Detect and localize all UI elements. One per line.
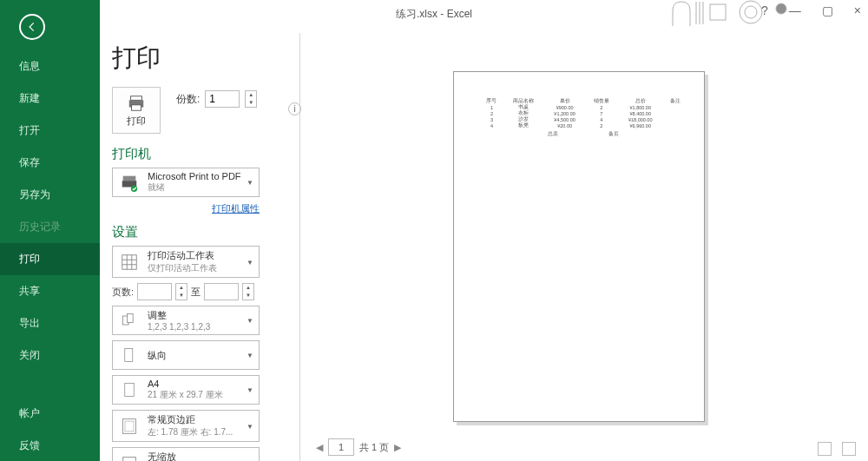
pages-from-input[interactable] [137,283,172,300]
close-button[interactable]: × [854,3,861,17]
svg-point-6 [776,3,786,14]
page-navigator: ◀ 1 共 1 页 ▶ [316,438,401,456]
svg-rect-21 [125,384,135,397]
chevron-down-icon: ▼ [247,258,253,266]
decorative-pattern [668,0,816,26]
svg-rect-7 [131,95,142,100]
fit-page-button[interactable] [818,442,832,456]
back-button[interactable] [19,14,45,40]
svg-rect-19 [128,314,134,323]
next-page-button[interactable]: ▶ [394,442,401,453]
margins-selector[interactable]: 常规页边距左: 1.78 厘米 右: 1.7... ▼ [112,410,260,442]
sidebar-item[interactable]: 保存 [0,147,100,179]
pages-to-label: 至 [191,286,201,299]
svg-point-5 [745,6,757,18]
backstage-sidebar: 信息新建打开保存另存为历史记录打印共享导出关闭 帐户反馈选项 [0,0,100,461]
svg-rect-24 [123,457,136,461]
svg-point-12 [131,186,137,192]
grid-icon [118,251,141,273]
window-title: 练习.xlsx - Excel [396,7,472,22]
pages-label: 页数: [112,286,134,299]
page-number-input[interactable]: 1 [328,438,354,456]
pages-from-stepper[interactable]: ▲▼ [175,283,187,300]
settings-column: 打印 打印 份数: ▲▼ 打印机 Microsoft Print to PDF … [100,33,295,461]
prev-page-button[interactable]: ◀ [316,442,323,453]
orientation-selector[interactable]: 纵向 ▼ [112,340,260,370]
chevron-down-icon: ▼ [247,352,253,359]
margins-icon [118,415,141,438]
svg-point-4 [740,1,762,23]
scaling-icon: 100 [118,452,141,462]
printer-properties-link[interactable]: 打印机属性 [212,203,260,214]
printer-status: 就绪 [148,181,241,194]
svg-rect-9 [132,104,141,109]
copies-input[interactable] [205,90,240,108]
pages-to-input[interactable] [204,283,239,300]
chevron-down-icon: ▼ [247,179,253,187]
printer-icon [118,171,141,194]
printer-heading: 打印机 [112,146,286,162]
collate-icon [118,309,141,332]
sidebar-item[interactable]: 另存为 [0,179,100,211]
sidebar-item[interactable]: 新建 [0,82,100,115]
info-icon[interactable]: i [288,102,301,115]
main-panel: 打印 打印 份数: ▲▼ 打印机 Microsoft Print to PDF … [100,33,868,461]
sidebar-item[interactable]: 关闭 [0,339,100,372]
copies-stepper[interactable]: ▲▼ [245,90,257,108]
print-button-label: 打印 [127,115,146,128]
print-preview: 序号商品名称单价销售量总价备注1书桌¥900.002¥1,800.002衣柜¥1… [300,33,868,461]
scaling-selector[interactable]: 100 无缩放打印实际大小的工作表 ▼ [112,447,260,461]
collate-selector[interactable]: 调整1,2,3 1,2,3 1,2,3 ▼ [112,306,260,335]
svg-rect-23 [125,421,134,431]
sidebar-item[interactable]: 打开 [0,115,100,147]
settings-heading: 设置 [112,224,286,240]
maximize-button[interactable]: ▢ [822,3,833,17]
sidebar-item[interactable]: 共享 [0,275,100,307]
sidebar-item[interactable]: 帐户 [0,398,100,430]
svg-rect-20 [125,349,133,362]
zoom-button[interactable] [842,442,856,456]
printer-selector[interactable]: Microsoft Print to PDF 就绪 ▼ [112,168,260,197]
preview-page: 序号商品名称单价销售量总价备注1书桌¥900.002¥1,800.002衣柜¥1… [453,71,705,422]
sidebar-item[interactable]: 反馈 [0,430,100,461]
sidebar-item[interactable]: 信息 [0,50,100,82]
page-total-label: 共 1 页 [359,441,389,454]
svg-rect-13 [122,254,137,269]
sidebar-item[interactable]: 导出 [0,307,100,339]
sidebar-item[interactable]: 打印 [0,243,100,275]
paper-size-selector[interactable]: A421 厘米 x 29.7 厘米 ▼ [112,375,260,405]
chevron-down-icon: ▼ [247,386,253,394]
chevron-down-icon: ▼ [247,317,253,325]
preview-table: 序号商品名称单价销售量总价备注1书桌¥900.002¥1,800.002衣柜¥1… [480,98,687,128]
sidebar-item[interactable]: 历史记录 [0,211,100,243]
print-button[interactable]: 打印 [112,87,161,134]
svg-rect-10 [123,176,136,181]
page-icon [118,379,141,401]
copies-label: 份数: [176,92,200,107]
pages-to-stepper[interactable]: ▲▼ [242,283,254,300]
portrait-icon [118,344,141,366]
svg-rect-3 [710,4,726,20]
page-title: 打印 [112,42,286,75]
printer-name: Microsoft Print to PDF [148,171,241,181]
chevron-down-icon: ▼ [247,422,253,430]
print-what-selector[interactable]: 打印活动工作表仅打印活动工作表 ▼ [112,246,260,278]
